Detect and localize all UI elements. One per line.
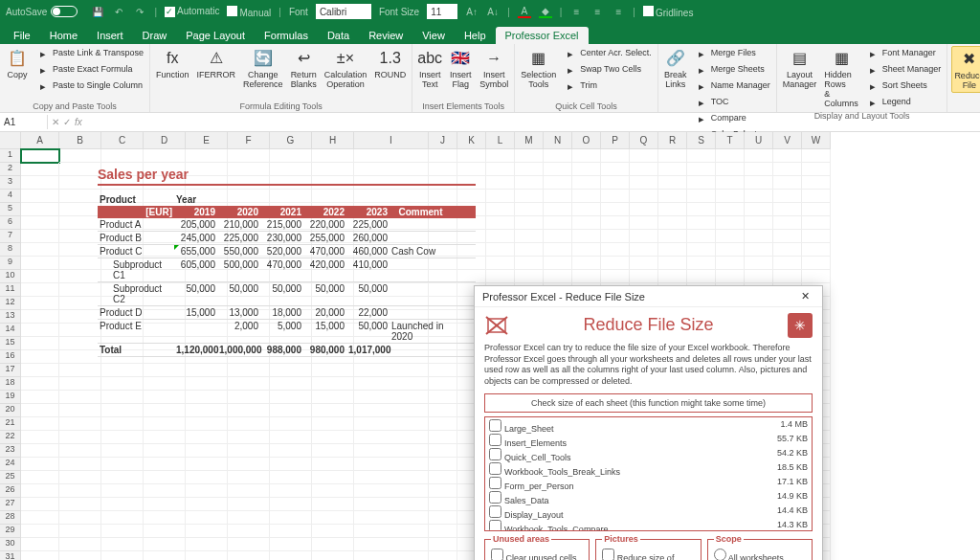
row-header[interactable]: 3 xyxy=(0,176,21,190)
cell[interactable] xyxy=(21,484,59,498)
clear-unused-cells-check[interactable]: Clear unused cells xyxy=(491,549,583,560)
cell[interactable] xyxy=(572,190,601,203)
cell[interactable] xyxy=(144,417,186,431)
cell[interactable] xyxy=(544,216,572,230)
round-button[interactable]: 1.3ROUND xyxy=(372,46,408,81)
cell[interactable] xyxy=(59,243,101,257)
row-header[interactable]: 17 xyxy=(0,364,21,377)
cell[interactable] xyxy=(21,511,59,525)
cell[interactable] xyxy=(354,525,429,538)
cell[interactable] xyxy=(312,471,354,484)
cell[interactable] xyxy=(228,444,270,458)
cell[interactable] xyxy=(270,471,312,484)
cell[interactable] xyxy=(21,270,59,283)
cell[interactable] xyxy=(773,163,802,176)
cell[interactable] xyxy=(59,444,101,458)
col-header[interactable]: F xyxy=(228,132,270,149)
cell[interactable] xyxy=(429,525,457,538)
cell[interactable] xyxy=(186,149,228,163)
cell[interactable] xyxy=(59,417,101,431)
cell[interactable] xyxy=(270,364,312,377)
cell[interactable] xyxy=(658,270,687,283)
cell[interactable] xyxy=(59,270,101,283)
row-header[interactable]: 11 xyxy=(0,283,21,297)
cell[interactable] xyxy=(773,270,802,283)
cell[interactable] xyxy=(144,377,186,391)
cell[interactable] xyxy=(186,431,228,444)
cell[interactable] xyxy=(544,203,572,216)
cell[interactable] xyxy=(773,230,802,243)
cell[interactable] xyxy=(59,310,101,324)
cell[interactable] xyxy=(21,149,59,163)
name-box[interactable]: A1 xyxy=(0,115,48,129)
cell[interactable] xyxy=(429,149,457,163)
cell[interactable] xyxy=(228,364,270,377)
increase-font-icon[interactable]: A↑ xyxy=(465,5,479,18)
undo-icon[interactable]: ↶ xyxy=(112,5,125,18)
row-header[interactable]: 9 xyxy=(0,257,21,270)
merge-files-button[interactable]: ▸Merge Files xyxy=(693,46,772,61)
cell[interactable] xyxy=(486,216,515,230)
col-header[interactable]: Q xyxy=(630,132,658,149)
cell[interactable] xyxy=(21,297,59,310)
cell[interactable] xyxy=(144,538,186,551)
cell[interactable] xyxy=(486,149,515,163)
cell[interactable] xyxy=(429,417,457,431)
cell[interactable] xyxy=(144,525,186,538)
font-name-select[interactable] xyxy=(316,4,371,19)
function-button[interactable]: fxFunction xyxy=(154,46,191,81)
cell[interactable] xyxy=(515,203,544,216)
cell[interactable] xyxy=(354,391,429,404)
cell[interactable] xyxy=(515,176,544,190)
cell[interactable] xyxy=(186,538,228,551)
cell[interactable] xyxy=(486,203,515,216)
row-header[interactable]: 19 xyxy=(0,391,21,404)
cell[interactable] xyxy=(270,458,312,471)
cell[interactable] xyxy=(354,538,429,551)
col-header[interactable]: E xyxy=(186,132,228,149)
cell[interactable] xyxy=(312,484,354,498)
cell[interactable] xyxy=(354,484,429,498)
cell[interactable] xyxy=(687,243,716,257)
cell[interactable] xyxy=(630,190,658,203)
cell[interactable] xyxy=(802,216,831,230)
row-header[interactable]: 25 xyxy=(0,471,21,484)
return-blanks-button[interactable]: ↩ReturnBlanks xyxy=(289,46,319,91)
cell[interactable] xyxy=(457,149,486,163)
cell[interactable] xyxy=(101,511,144,525)
cell[interactable] xyxy=(312,417,354,431)
col-header[interactable]: J xyxy=(429,132,457,149)
cell[interactable] xyxy=(144,404,186,417)
cell[interactable] xyxy=(802,203,831,216)
col-header[interactable]: I xyxy=(354,132,429,149)
cell[interactable] xyxy=(101,498,144,511)
cell[interactable] xyxy=(21,364,59,377)
cell[interactable] xyxy=(486,270,515,283)
col-header[interactable]: G xyxy=(270,132,312,149)
cell[interactable] xyxy=(745,163,773,176)
change-ref-button[interactable]: 🔄ChangeReference xyxy=(241,46,285,91)
autosave-toggle[interactable]: AutoSave xyxy=(6,6,78,17)
select-all-corner[interactable] xyxy=(0,132,21,149)
cell[interactable] xyxy=(101,431,144,444)
cell[interactable] xyxy=(630,176,658,190)
cell[interactable] xyxy=(354,511,429,525)
row-header[interactable]: 27 xyxy=(0,498,21,511)
gridlines-check[interactable]: Gridlines xyxy=(643,6,693,18)
paste-link-transpose-button[interactable]: ▸Paste Link & Transpose xyxy=(34,46,145,61)
cell[interactable] xyxy=(802,176,831,190)
cell[interactable] xyxy=(312,551,354,560)
cell[interactable] xyxy=(572,176,601,190)
cell[interactable] xyxy=(270,391,312,404)
cell[interactable] xyxy=(101,404,144,417)
cell[interactable] xyxy=(745,243,773,257)
formula-input[interactable] xyxy=(86,121,980,124)
automatic-check[interactable]: Automatic xyxy=(165,6,219,17)
cell[interactable] xyxy=(21,498,59,511)
col-header[interactable]: C xyxy=(101,132,144,149)
cell[interactable] xyxy=(354,417,429,431)
cell[interactable] xyxy=(144,149,186,163)
check-size-button[interactable]: Check size of each sheet (this function … xyxy=(484,393,813,413)
cell[interactable] xyxy=(601,243,630,257)
cell[interactable] xyxy=(101,525,144,538)
